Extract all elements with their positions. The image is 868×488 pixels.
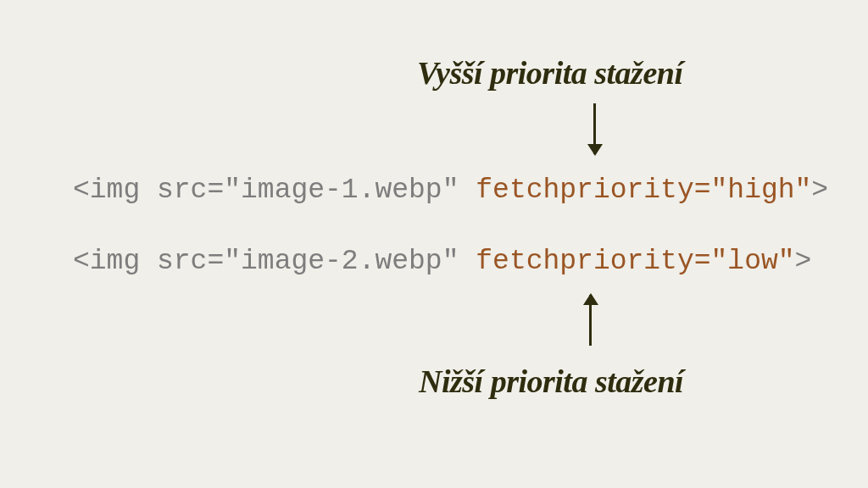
- arrow-down-icon: [593, 103, 596, 154]
- code-highlight-1: fetchpriority="high": [476, 175, 811, 206]
- code-line-2: <img src="image-2.webp" fetchpriority="l…: [73, 246, 811, 277]
- code-line-1: <img src="image-1.webp" fetchpriority="h…: [73, 175, 828, 206]
- code-prefix-1: <img src="image-1.webp": [73, 175, 476, 206]
- code-suffix-1: >: [811, 175, 828, 206]
- heading-bottom: Nižší priorita stažení: [419, 363, 683, 400]
- heading-top: Vyšší priorita stažení: [417, 54, 682, 92]
- code-prefix-2: <img src="image-2.webp": [73, 246, 476, 277]
- code-suffix-2: >: [795, 246, 812, 277]
- arrow-up-icon: [589, 295, 592, 346]
- code-highlight-2: fetchpriority="low": [476, 246, 794, 277]
